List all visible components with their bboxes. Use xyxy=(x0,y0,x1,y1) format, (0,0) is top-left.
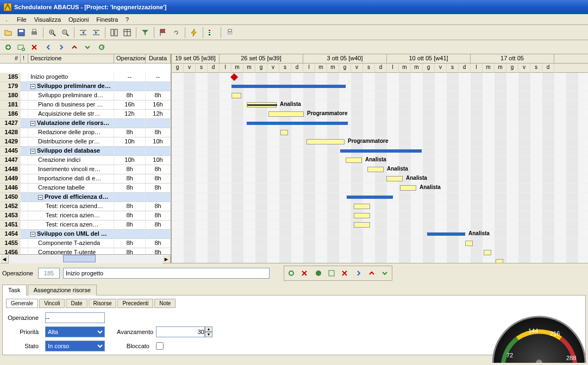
gantt-row[interactable] xyxy=(172,128,588,137)
lightning-button[interactable] xyxy=(188,27,200,39)
task-bar[interactable] xyxy=(247,102,277,108)
grid-row[interactable]: 1427−Valutazione delle risorse del proge… xyxy=(0,119,171,128)
move-left-button[interactable] xyxy=(42,41,54,53)
form-prio-select[interactable]: Alta xyxy=(45,326,105,337)
print2-button[interactable] xyxy=(224,27,236,39)
subtab-risorse[interactable]: Risorse xyxy=(89,299,117,308)
col-desc[interactable]: Descrizione xyxy=(28,54,114,63)
gantt-row[interactable]: Analista xyxy=(172,156,588,165)
task-bar[interactable] xyxy=(354,222,370,228)
gantt-row[interactable]: Analista xyxy=(172,184,588,193)
subtab-vincoli[interactable]: Vincoli xyxy=(39,299,65,308)
subtab-date[interactable]: Date xyxy=(66,299,87,308)
grid-row[interactable]: 1456Componente T-utente8h8h xyxy=(0,248,171,254)
grid-row[interactable]: 1447Creazione indici10h10h xyxy=(0,156,171,165)
zoom-out-button[interactable] xyxy=(59,27,71,39)
gantt-row[interactable] xyxy=(172,221,588,230)
col-num[interactable]: # xyxy=(0,54,21,63)
gantt-body[interactable]: AnalistaProgrammatoreProgrammatoreAnalis… xyxy=(172,73,588,263)
collapse-icon[interactable]: − xyxy=(30,232,35,237)
spin-up-icon[interactable]: ▲ xyxy=(205,326,212,332)
gantt-row[interactable] xyxy=(172,73,588,82)
subtab-generale[interactable]: Generale xyxy=(6,299,38,308)
delete-icon[interactable] xyxy=(339,267,351,279)
task-bar[interactable] xyxy=(346,158,362,163)
grid-row[interactable]: 1445−Sviluppo del database xyxy=(0,147,171,156)
gantt-row[interactable] xyxy=(172,91,588,100)
open-button[interactable] xyxy=(2,27,14,39)
grid-hscroll[interactable]: ◄ ► xyxy=(0,254,171,263)
gantt-row[interactable] xyxy=(172,82,588,91)
scroll-left-button[interactable]: ◄ xyxy=(0,255,9,263)
grid-row[interactable]: 179−Sviluppo preliminare dello schedulat… xyxy=(0,82,171,91)
legend-button[interactable] xyxy=(206,27,218,39)
gantt-row[interactable]: Analista xyxy=(172,230,588,239)
op-name-field[interactable] xyxy=(63,268,270,279)
cancel-icon[interactable] xyxy=(298,267,310,279)
grid-row[interactable]: 1428Redazione delle prop…8h8h xyxy=(0,128,171,137)
milestone-icon[interactable] xyxy=(230,73,238,81)
form-stato-select[interactable]: In corso xyxy=(45,341,105,351)
grid-row[interactable]: 185Inizio progetto---- xyxy=(0,73,171,82)
columns-button[interactable] xyxy=(108,27,120,39)
move-right-button[interactable] xyxy=(55,41,67,53)
form-op-field[interactable] xyxy=(45,312,105,323)
task-bar[interactable] xyxy=(354,204,370,209)
add-group-button[interactable] xyxy=(15,41,27,53)
grid-row[interactable]: 1453Test: ricerca azien…8h8h xyxy=(0,211,171,221)
summary-bar[interactable] xyxy=(247,122,348,125)
grid-row[interactable]: 1450−Prove di efficienza del database xyxy=(0,193,171,202)
grid-row[interactable]: 1454−Sviluppo con UML del modello di bus… xyxy=(0,230,171,239)
gantt-row[interactable]: Programmatore xyxy=(172,110,588,119)
menu-help[interactable]: ? xyxy=(122,15,133,24)
col-excl[interactable]: ! xyxy=(21,54,28,63)
scroll-thumb[interactable] xyxy=(63,255,96,262)
summary-bar[interactable] xyxy=(427,232,465,236)
grid-row[interactable]: 1448Inserimento vincoli re…8h8h xyxy=(0,165,171,174)
gantt-row[interactable] xyxy=(172,239,588,248)
flag-button[interactable] xyxy=(157,27,169,39)
col-op[interactable]: Operazione xyxy=(114,54,146,63)
collapse-icon[interactable]: − xyxy=(38,195,43,200)
form-avanz-spinner[interactable]: ▲▼ xyxy=(156,326,221,337)
gantt-row[interactable]: Analista xyxy=(172,174,588,184)
delete-button[interactable] xyxy=(28,41,40,53)
gantt-row[interactable] xyxy=(172,211,588,221)
grid-row[interactable]: 1449Importazione dati di e…8h8h xyxy=(0,174,171,184)
form-avanz-field[interactable] xyxy=(156,326,205,337)
subtab-note[interactable]: Note xyxy=(154,299,176,308)
gantt-row[interactable] xyxy=(172,257,588,263)
move-up-icon[interactable] xyxy=(366,267,378,279)
collapse-icon[interactable]: − xyxy=(30,149,35,154)
grid-body[interactable]: 185Inizio progetto----179−Sviluppo preli… xyxy=(0,73,171,254)
menu-finestra[interactable]: Finestra xyxy=(92,15,122,24)
menu-visualizza[interactable]: Visualizza xyxy=(30,15,65,24)
task-bar[interactable] xyxy=(268,111,304,117)
refresh-button[interactable] xyxy=(96,41,108,53)
gantt-row[interactable] xyxy=(172,248,588,257)
scroll-right-button[interactable]: ► xyxy=(162,255,171,263)
task-bar[interactable] xyxy=(367,167,384,172)
summary-bar[interactable] xyxy=(347,196,393,199)
task-bar[interactable] xyxy=(465,241,473,246)
print-button[interactable] xyxy=(28,27,40,39)
gantt-row[interactable]: Programmatore xyxy=(172,137,588,147)
add-icon[interactable] xyxy=(312,267,324,279)
tab-task[interactable]: Task xyxy=(2,285,27,295)
grid-row[interactable]: 181Piano di business per …16h16h xyxy=(0,100,171,110)
task-bar[interactable] xyxy=(400,185,416,191)
collapse-icon[interactable]: − xyxy=(30,84,35,89)
collapse-icon[interactable]: − xyxy=(30,121,35,126)
gantt-row[interactable]: Analista xyxy=(172,165,588,174)
grid-row[interactable]: 1455Componente T-azienda8h8h xyxy=(0,239,171,248)
menu-opzioni[interactable]: Opzioni xyxy=(65,15,92,24)
gantt-row[interactable] xyxy=(172,202,588,211)
gantt-row[interactable]: Analista xyxy=(172,100,588,110)
grid-row[interactable]: 1452Test: ricerca aziend…8h8h xyxy=(0,202,171,211)
task-bar[interactable] xyxy=(496,259,503,263)
zoom-in-button[interactable] xyxy=(46,27,58,39)
add-group-icon[interactable] xyxy=(326,267,337,279)
add-task-button[interactable] xyxy=(2,41,14,53)
move-down-icon[interactable] xyxy=(379,267,391,279)
task-bar[interactable] xyxy=(484,250,491,255)
